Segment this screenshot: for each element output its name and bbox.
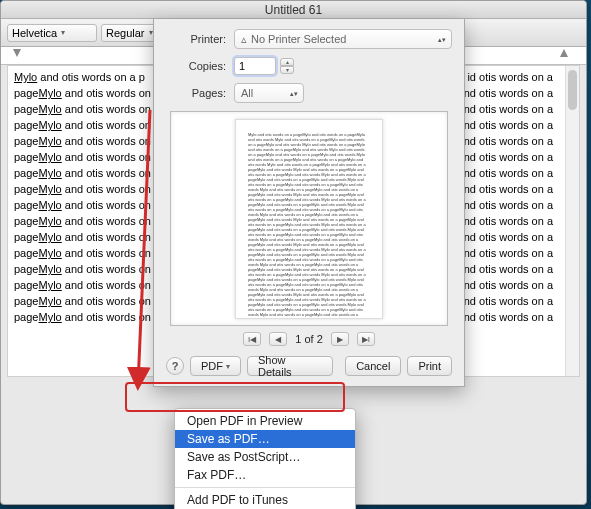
pager-prev[interactable]: ◀ <box>269 332 287 346</box>
pdf-menu-item[interactable]: Save as PostScript… <box>175 448 355 466</box>
print-button[interactable]: Print <box>407 356 452 376</box>
printer-select[interactable]: ▵No Printer Selected <box>234 29 452 49</box>
pager-text: 1 of 2 <box>295 333 323 345</box>
pdf-menu-item[interactable]: Save as PDF… <box>175 430 355 448</box>
help-button[interactable]: ? <box>166 357 184 375</box>
vertical-scrollbar[interactable] <box>565 66 579 376</box>
pager-last[interactable]: ▶I <box>357 332 375 346</box>
dialog-buttons: ? PDF Show Details Cancel Print <box>166 356 452 376</box>
window-titlebar[interactable]: Untitled 61 <box>1 1 586 19</box>
printer-label: Printer: <box>166 33 226 45</box>
pager-next[interactable]: ▶ <box>331 332 349 346</box>
pages-select[interactable]: All <box>234 83 304 103</box>
copies-stepper[interactable]: ▴▾ <box>280 58 294 74</box>
pdf-menu-item[interactable]: Open PDF in Preview <box>175 412 355 430</box>
pager-first[interactable]: I◀ <box>243 332 261 346</box>
show-details-button[interactable]: Show Details <box>247 356 333 376</box>
pdf-menu-item[interactable]: Fax PDF… <box>175 466 355 484</box>
pdf-menu-button[interactable]: PDF <box>190 356 241 376</box>
menu-separator <box>175 487 355 488</box>
pager: I◀ ◀ 1 of 2 ▶ ▶I <box>166 332 452 346</box>
pages-label: Pages: <box>166 87 226 99</box>
pdf-dropdown-menu: Open PDF in PreviewSave as PDF…Save as P… <box>174 408 356 509</box>
copies-label: Copies: <box>166 60 226 72</box>
copies-input[interactable]: 1 <box>234 57 276 75</box>
print-dialog: Printer: ▵No Printer Selected Copies: 1 … <box>153 19 465 387</box>
font-family-select[interactable]: Helvetica <box>7 24 97 42</box>
cancel-button[interactable]: Cancel <box>345 356 401 376</box>
pdf-menu-item[interactable]: Add PDF to iTunes <box>175 491 355 509</box>
window-title: Untitled 61 <box>265 3 322 17</box>
print-preview: Mylo and otis words on a pageMylo and ot… <box>170 111 448 326</box>
preview-page: Mylo and otis words on a pageMylo and ot… <box>235 119 383 319</box>
scroll-thumb[interactable] <box>568 70 577 110</box>
